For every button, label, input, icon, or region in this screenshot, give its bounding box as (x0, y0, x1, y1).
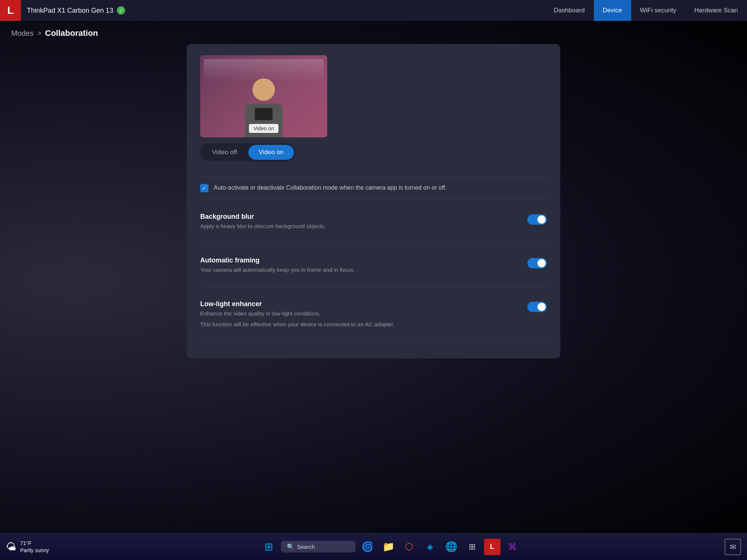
apps-icon: ⊞ (469, 542, 475, 552)
status-check-icon: ✓ (117, 6, 125, 15)
low-light-info: Low-light enhancer Enhance the video qua… (200, 300, 527, 327)
taskbar-icons: ⊞ 🔍 Search 🌀 📁 ⬡ ◈ 🌐 ⊞ (56, 538, 725, 556)
nav-dashboard[interactable]: Dashboard (545, 0, 593, 21)
ac-adapter-note: This function will be effective when you… (200, 321, 527, 327)
search-label: Search (297, 544, 315, 550)
background-blur-row: Background blur Apply a heavy blur to ob… (200, 205, 547, 237)
taskbar: 🌤 71°F Partly sunny ⊞ 🔍 Search 🌀 📁 ⬡ (0, 533, 747, 560)
file-explorer-button[interactable]: 📁 (379, 538, 397, 556)
search-bar[interactable]: 🔍 Search (281, 541, 356, 553)
titlebar: L ThinkPad X1 Carbon Gen 13 ✓ Dashboard … (0, 0, 747, 21)
automatic-framing-title: Automatic framing (200, 256, 527, 264)
copilot2-icon: ◈ (427, 542, 433, 552)
background-blur-desc: Apply a heavy blur to obscure background… (200, 223, 527, 229)
background-blur-knob (537, 215, 546, 224)
microsoft365-icon: ⬡ (405, 541, 413, 553)
video-on-button[interactable]: Video on (248, 145, 294, 160)
notification-icon[interactable]: ✉ (725, 539, 741, 555)
auto-activate-checkbox[interactable]: ✓ (200, 184, 208, 192)
low-light-title: Low-light enhancer (200, 300, 527, 308)
low-light-desc: Enhance the video quality in low-light c… (200, 310, 527, 317)
automatic-framing-desc: Your camera will automatically keep you … (200, 267, 527, 273)
automatic-framing-knob (537, 259, 546, 267)
divider-3 (200, 243, 547, 243)
folder-icon: 📁 (382, 541, 394, 553)
divider-5 (200, 341, 547, 341)
lenovo-tray-icon[interactable]: L (484, 539, 500, 555)
background-blur-toggle[interactable] (527, 214, 547, 225)
video-toggle-group: Video off Video on (200, 143, 295, 161)
video-tooltip: Video on (249, 124, 278, 133)
video-off-button[interactable]: Video off (202, 145, 248, 160)
nav-hardware-scan[interactable]: Hardware Scan (685, 0, 747, 21)
divider-1 (200, 176, 547, 177)
background-blur-title: Background blur (200, 213, 527, 221)
edge-button[interactable]: 🌐 (442, 538, 460, 556)
start-button[interactable]: ⊞ (260, 538, 278, 556)
temperature: 71°F (20, 540, 49, 547)
auto-activate-row: ✓ Auto-activate or deactivate Collaborat… (200, 183, 547, 192)
microsoft365-button[interactable]: ⬡ (400, 538, 418, 556)
video-bg-decoration (204, 59, 323, 81)
breadcrumb-current: Collaboration (45, 28, 98, 38)
windows-icon: ⊞ (264, 541, 273, 553)
breadcrumb-separator: > (37, 29, 41, 37)
app-logo: L (0, 0, 21, 21)
plugin-icon: ⌘ (508, 542, 517, 552)
edge-icon: 🌐 (445, 541, 457, 553)
copilot2-button[interactable]: ◈ (421, 538, 439, 556)
weather-condition: Partly sunny (20, 547, 49, 554)
divider-2 (200, 199, 547, 199)
breadcrumb-parent[interactable]: Modes (11, 29, 34, 38)
mail-icon: ✉ (730, 542, 736, 551)
apps-button[interactable]: ⊞ (463, 538, 481, 556)
automatic-framing-toggle[interactable] (527, 258, 547, 268)
automatic-framing-info: Automatic framing Your camera will autom… (200, 256, 527, 273)
phone-prop (254, 108, 273, 121)
copilot-button[interactable]: 🌀 (359, 538, 376, 556)
breadcrumb: Modes > Collaboration (11, 28, 736, 38)
auto-activate-label: Auto-activate or deactivate Collaboratio… (214, 183, 447, 192)
checkbox-check-icon: ✓ (202, 185, 207, 191)
nav-device[interactable]: Device (594, 0, 631, 21)
search-icon: 🔍 (287, 543, 294, 550)
video-preview: Video on (200, 55, 327, 137)
automatic-framing-row: Automatic framing Your camera will autom… (200, 249, 547, 280)
weather-info: 71°F Partly sunny (20, 540, 49, 553)
divider-4 (200, 286, 547, 287)
main-content: Modes > Collaboration (0, 21, 747, 366)
weather-widget[interactable]: 🌤 71°F Partly sunny (6, 540, 49, 553)
video-section: Video on Video off Video on (200, 55, 547, 169)
weather-icon: 🌤 (6, 541, 16, 553)
app-title-area: ThinkPad X1 Carbon Gen 13 ✓ (21, 6, 131, 15)
copilot-icon: 🌀 (362, 541, 374, 553)
taskbar-right: ✉ (725, 539, 741, 555)
app-title: ThinkPad X1 Carbon Gen 13 (27, 7, 113, 15)
low-light-knob (537, 303, 546, 311)
nav-wifi-security[interactable]: WiFi security (631, 0, 685, 21)
plugin-button[interactable]: ⌘ (503, 538, 521, 556)
background-blur-info: Background blur Apply a heavy blur to ob… (200, 213, 527, 229)
top-nav: Dashboard Device WiFi security Hardware … (545, 0, 747, 21)
person-head (252, 78, 275, 101)
settings-card: Video on Video off Video on ✓ (187, 44, 560, 358)
low-light-row: Low-light enhancer Enhance the video qua… (200, 293, 547, 335)
low-light-toggle[interactable] (527, 302, 547, 312)
